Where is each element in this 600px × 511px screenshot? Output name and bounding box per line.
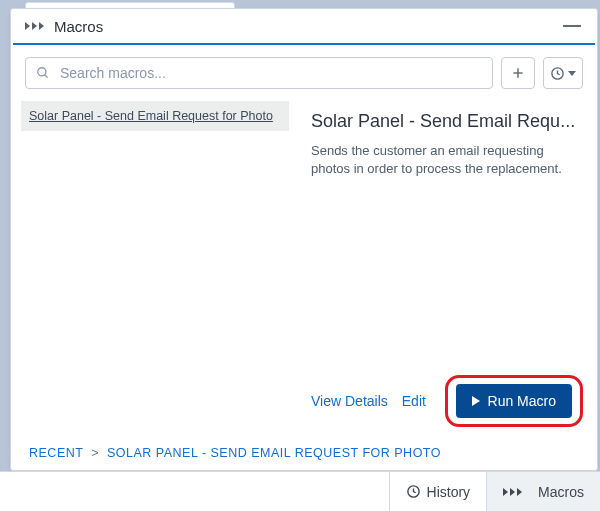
search-icon	[36, 66, 50, 80]
macro-detail-title: Solar Panel - Send Email Requ...	[311, 111, 583, 132]
history-tab-label: History	[427, 484, 471, 500]
panel-title: Macros	[54, 18, 563, 35]
search-input[interactable]	[58, 64, 482, 82]
panel-header: Macros	[11, 9, 597, 43]
breadcrumb-root[interactable]: Recent	[29, 446, 83, 460]
macros-tab[interactable]: Macros	[486, 472, 600, 511]
macros-panel: Macros	[10, 8, 598, 471]
search-field-wrap[interactable]	[25, 57, 493, 89]
breadcrumb-separator: >	[87, 446, 103, 460]
plus-icon	[511, 66, 525, 80]
view-details-button[interactable]: View Details	[311, 391, 388, 411]
clock-icon	[406, 484, 421, 499]
play-icon	[472, 396, 480, 406]
breadcrumb: Recent > Solar Panel - Send Email Reques…	[11, 437, 597, 470]
recent-dropdown-button[interactable]	[543, 57, 583, 89]
app-viewport: Macros	[0, 0, 600, 511]
macro-list-item[interactable]: Solar Panel - Send Email Request for Pho…	[21, 101, 289, 131]
content-area: Solar Panel - Send Email Request for Pho…	[11, 99, 597, 437]
macros-icon	[503, 488, 522, 496]
minimize-button[interactable]	[563, 25, 581, 27]
run-macro-button[interactable]: Run Macro	[456, 384, 572, 418]
macros-icon	[25, 22, 44, 30]
chevron-down-icon	[568, 71, 576, 76]
toolbar	[11, 45, 597, 99]
run-macro-highlight: Run Macro	[445, 375, 583, 427]
svg-point-0	[38, 68, 46, 76]
macro-detail: Solar Panel - Send Email Requ... Sends t…	[299, 99, 597, 437]
svg-line-1	[45, 75, 48, 78]
macros-tab-label: Macros	[538, 484, 584, 500]
clock-icon	[550, 66, 565, 81]
history-tab[interactable]: History	[389, 472, 487, 511]
macro-list: Solar Panel - Send Email Request for Pho…	[11, 99, 299, 437]
spacer	[311, 177, 583, 369]
run-macro-label: Run Macro	[488, 393, 556, 409]
add-macro-button[interactable]	[501, 57, 535, 89]
breadcrumb-current: Solar Panel - Send Email Request for Pho…	[107, 446, 441, 460]
utility-bar: History Macros	[0, 471, 600, 511]
edit-button[interactable]: Edit	[402, 391, 426, 411]
detail-actions: View Details Edit Run Macro	[311, 369, 583, 427]
macro-detail-description: Sends the customer an email requesting p…	[311, 142, 583, 177]
